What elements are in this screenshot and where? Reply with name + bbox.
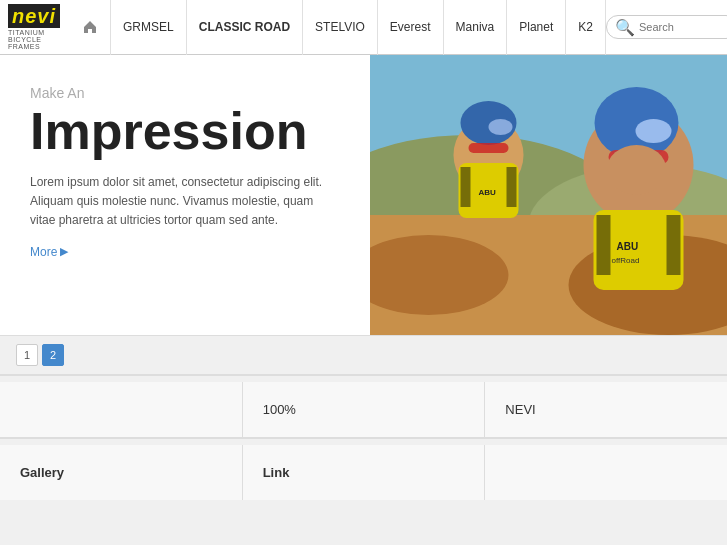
hero-svg: ABU ABU offRoad xyxy=(370,55,727,335)
info-cell-1-0 xyxy=(0,382,243,437)
svg-rect-9 xyxy=(469,143,509,153)
info-cell-2-0: Gallery xyxy=(0,445,243,500)
svg-text:ABU: ABU xyxy=(479,188,497,197)
svg-rect-20 xyxy=(597,215,611,275)
hero-subtitle: Make An xyxy=(30,85,330,101)
hero-image: ABU ABU offRoad xyxy=(370,55,727,335)
svg-point-18 xyxy=(607,145,667,195)
nav-item-stelvio[interactable]: STELVIO xyxy=(303,0,378,55)
hero-section: Make An Impression Lorem ipsum dolor sit… xyxy=(0,55,727,335)
logo: nevi TITANIUM BICYCLE FRAMES xyxy=(8,4,60,50)
info-grid-2: GalleryLink xyxy=(0,445,727,500)
logo-text: nevi xyxy=(8,4,60,28)
svg-rect-11 xyxy=(461,167,471,207)
info-cell-text-1-2: NEVI xyxy=(505,402,535,417)
svg-text:offRoad: offRoad xyxy=(612,256,640,265)
svg-point-16 xyxy=(636,119,672,143)
svg-rect-12 xyxy=(507,167,517,207)
home-icon xyxy=(82,19,98,35)
hero-more-arrow: ▶ xyxy=(60,245,68,258)
search-input[interactable] xyxy=(639,21,727,33)
nav-item-everest[interactable]: Everest xyxy=(378,0,444,55)
info-cell-2-1: Link xyxy=(243,445,486,500)
logo-subtitle: TITANIUM BICYCLE FRAMES xyxy=(8,29,60,50)
nav-item-grmsel[interactable]: GRMSEL xyxy=(111,0,187,55)
info-cell-header-2-1: Link xyxy=(263,465,290,480)
hero-text-area: Make An Impression Lorem ipsum dolor sit… xyxy=(0,55,370,335)
hero-more-link[interactable]: More ▶ xyxy=(30,245,330,259)
search-box[interactable]: 🔍 xyxy=(606,15,727,39)
hero-body: Lorem ipsum dolor sit amet, consectetur … xyxy=(30,173,330,231)
info-grid-1: 100%NEVI xyxy=(0,382,727,438)
svg-rect-21 xyxy=(667,215,681,275)
divider-2 xyxy=(0,438,727,439)
info-cell-1-1: 100% xyxy=(243,382,486,437)
info-cell-header-2-0: Gallery xyxy=(20,465,64,480)
nav-item-k2[interactable]: K2 xyxy=(566,0,606,55)
hero-image-visual: ABU ABU offRoad xyxy=(370,55,727,335)
info-cell-text-1-1: 100% xyxy=(263,402,296,417)
nav-item-planet[interactable]: Planet xyxy=(507,0,566,55)
nav-item-home[interactable] xyxy=(70,0,111,55)
svg-text:ABU: ABU xyxy=(617,241,639,252)
header: nevi TITANIUM BICYCLE FRAMES GRMSELCLASS… xyxy=(0,0,727,55)
nav-item-classic-road[interactable]: CLASSIC ROAD xyxy=(187,0,303,55)
divider-1 xyxy=(0,375,727,376)
svg-point-8 xyxy=(489,119,513,135)
hero-title: Impression xyxy=(30,105,330,157)
page-btn-1[interactable]: 1 xyxy=(16,344,38,366)
main-nav: GRMSELCLASSIC ROADSTELVIOEverestManivaPl… xyxy=(70,0,606,55)
page-btn-2[interactable]: 2 xyxy=(42,344,64,366)
info-cell-1-2: NEVI xyxy=(485,382,727,437)
pagination-bar: 12 xyxy=(0,335,727,375)
nav-item-maniva[interactable]: Maniva xyxy=(444,0,508,55)
search-icon: 🔍 xyxy=(615,18,635,37)
hero-more-label: More xyxy=(30,245,57,259)
info-cell-2-2 xyxy=(485,445,727,500)
